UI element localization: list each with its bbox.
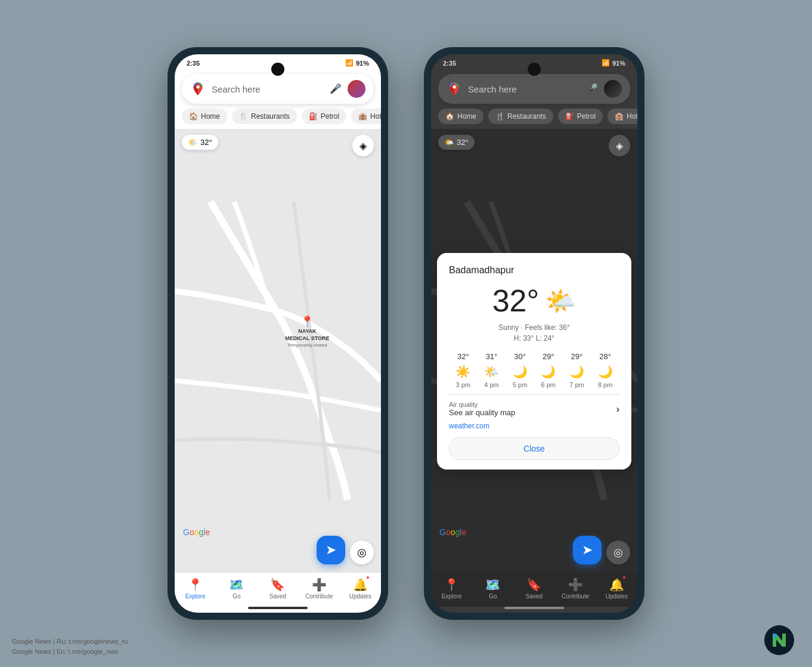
hour-item-1: 31° xyxy=(486,352,498,361)
air-quality-row[interactable]: Air quality See air quality map › xyxy=(449,401,619,417)
hour-icon-0: ☀️ 3 pm xyxy=(455,365,470,388)
nav-go-left[interactable]: 🗺️ Go xyxy=(219,578,255,600)
location-button-right[interactable]: ◎ xyxy=(606,541,630,564)
close-button[interactable]: Close xyxy=(449,437,619,460)
layers-icon-right: ◈ xyxy=(616,140,623,152)
status-bar-left: 2:35 📶 91% xyxy=(175,54,381,69)
search-bar-right[interactable]: Search here 🎤 xyxy=(438,74,630,104)
hour-item-4: 29° xyxy=(571,352,583,361)
modal-temp-row: 32° 🌤️ xyxy=(449,283,619,319)
chip-home-left[interactable]: 🏠Home xyxy=(182,109,227,124)
store-marker-left: 📍 NAYAKMEDICAL STORE Temporarily closed xyxy=(285,315,329,347)
camera-right xyxy=(528,63,541,76)
modal-feels: Sunny · Feels like: 36° H: 33° L: 24° xyxy=(449,322,619,344)
status-battery-right: 📶 91% xyxy=(602,59,625,67)
location-icon-right: ◎ xyxy=(613,546,623,559)
watermark-line2: Google News | En: t.me/google_nws xyxy=(12,647,128,657)
air-quality-chevron: › xyxy=(616,404,619,415)
status-time-right: 2:35 xyxy=(443,60,456,67)
nav-explore-left[interactable]: 📍 Explore xyxy=(178,578,213,600)
watermark-line1: Google News | Ru: t.me/googlenews_ru xyxy=(12,637,128,647)
n-logo xyxy=(764,625,794,655)
air-quality-info: Air quality See air quality map xyxy=(449,401,515,417)
home-indicator-left xyxy=(248,607,308,609)
hour-item-3: 29° xyxy=(543,352,554,361)
mic-icon-left[interactable]: 🎤 xyxy=(330,83,342,95)
map-area-right[interactable]: 🌤️ 32° ◈ Badamadhapur 32° 🌤️ Sunny · Fee… xyxy=(431,129,637,573)
nav-updates-right[interactable]: 🔔 Updates xyxy=(599,578,634,600)
maps-logo-right xyxy=(447,81,462,97)
hour-icon-5: 🌙 8 pm xyxy=(598,365,613,388)
camera-left xyxy=(271,63,284,76)
modal-divider xyxy=(449,394,619,395)
nav-explore-right[interactable]: 📍 Explore xyxy=(434,578,470,600)
weather-badge-right[interactable]: 🌤️ 32° xyxy=(438,135,475,150)
hour-item-5: 28° xyxy=(599,352,611,361)
chip-petrol-left[interactable]: ⛽Petrol xyxy=(302,109,346,124)
phone-dark: 2:35 📶 91% Search here 🎤 xyxy=(424,47,644,620)
avatar-right[interactable] xyxy=(604,80,622,98)
chip-restaurants-left[interactable]: 🍴Restaurants xyxy=(232,109,297,124)
quick-chips-right: 🏠Home 🍴Restaurants ⛽Petrol 🏨Hotels xyxy=(431,109,637,129)
search-bar-left[interactable]: Search here 🎤 xyxy=(182,74,374,104)
layers-button-left[interactable]: ◈ xyxy=(352,135,374,156)
chip-restaurants-right[interactable]: 🍴Restaurants xyxy=(488,109,553,124)
google-logo-right: Google xyxy=(439,527,466,537)
phone-light: 2:35 📶 91% Search here 🎤 xyxy=(168,47,388,620)
maps-logo-left xyxy=(190,81,206,97)
hour-item-0: 32° xyxy=(457,352,469,361)
google-logo-left: Google xyxy=(183,527,210,537)
search-placeholder-right: Search here xyxy=(468,84,580,94)
nav-updates-left[interactable]: 🔔 Updates xyxy=(342,578,378,600)
hour-item-2: 30° xyxy=(514,352,526,361)
nav-saved-right[interactable]: 🔖 Saved xyxy=(516,578,552,600)
bottom-nav-right: 📍 Explore 🗺️ Go 🔖 Saved ➕ Contribute xyxy=(431,573,637,607)
nav-fab-icon-left: ➤ xyxy=(326,542,336,558)
home-indicator-right xyxy=(504,607,564,609)
hour-icon-2: 🌙 5 pm xyxy=(513,365,528,388)
layers-icon-left: ◈ xyxy=(359,140,367,152)
chip-petrol-right[interactable]: ⛽Petrol xyxy=(558,109,603,124)
nav-fab-icon-right: ➤ xyxy=(582,542,593,558)
location-button-left[interactable]: ◎ xyxy=(350,541,374,564)
nav-contribute-right[interactable]: ➕ Contribute xyxy=(557,578,593,600)
nav-fab-left[interactable]: ➤ xyxy=(317,536,345,564)
chip-hotels-right[interactable]: 🏨Hotels xyxy=(608,109,637,124)
nav-fab-right[interactable]: ➤ xyxy=(573,536,602,564)
status-bar-right: 2:35 📶 91% xyxy=(431,54,637,69)
hourly-icons-row: ☀️ 3 pm 🌤️ 4 pm 🌙 5 pm 🌙 xyxy=(449,365,619,388)
watermark: Google News | Ru: t.me/googlenews_ru Goo… xyxy=(12,637,128,657)
status-battery-left: 📶 91% xyxy=(345,59,369,67)
weather-sun-icon: 🌤️ xyxy=(545,286,576,316)
chip-hotels-left[interactable]: 🏨Hotels xyxy=(351,109,381,124)
layers-button-right[interactable]: ◈ xyxy=(609,135,630,156)
map-area-left[interactable]: 🌤️ 32° ◈ 📍 NAYAKMEDICAL STORE Temporaril… xyxy=(175,129,381,573)
nav-go-right[interactable]: 🗺️ Go xyxy=(475,578,511,600)
location-icon-left: ◎ xyxy=(357,546,367,559)
quick-chips-left: 🏠Home 🍴Restaurants ⛽Petrol 🏨Hotels xyxy=(175,109,381,129)
hour-icon-4: 🌙 7 pm xyxy=(569,365,584,388)
mic-icon-right[interactable]: 🎤 xyxy=(586,83,598,95)
bottom-nav-left: 📍 Explore 🗺️ Go 🔖 Saved ➕ Contribute xyxy=(175,573,381,607)
hour-icon-3: 🌙 6 pm xyxy=(541,365,556,388)
hour-icon-1: 🌤️ 4 pm xyxy=(484,365,499,388)
weather-modal: Badamadhapur 32° 🌤️ Sunny · Feels like: … xyxy=(437,253,631,470)
status-time-left: 2:35 xyxy=(187,60,200,67)
avatar-left[interactable] xyxy=(348,80,365,98)
search-placeholder-left: Search here xyxy=(212,84,324,94)
hourly-temps-row: 32° 31° 30° 29° 29° xyxy=(449,352,619,361)
nav-saved-left[interactable]: 🔖 Saved xyxy=(260,578,296,600)
weather-badge-left[interactable]: 🌤️ 32° xyxy=(182,135,218,150)
nav-contribute-left[interactable]: ➕ Contribute xyxy=(301,578,337,600)
weather-source[interactable]: weather.com xyxy=(449,422,619,430)
modal-city: Badamadhapur xyxy=(449,265,619,276)
modal-temperature: 32° xyxy=(492,283,540,319)
chip-home-right[interactable]: 🏠Home xyxy=(438,109,484,124)
map-roads-left xyxy=(175,129,381,573)
